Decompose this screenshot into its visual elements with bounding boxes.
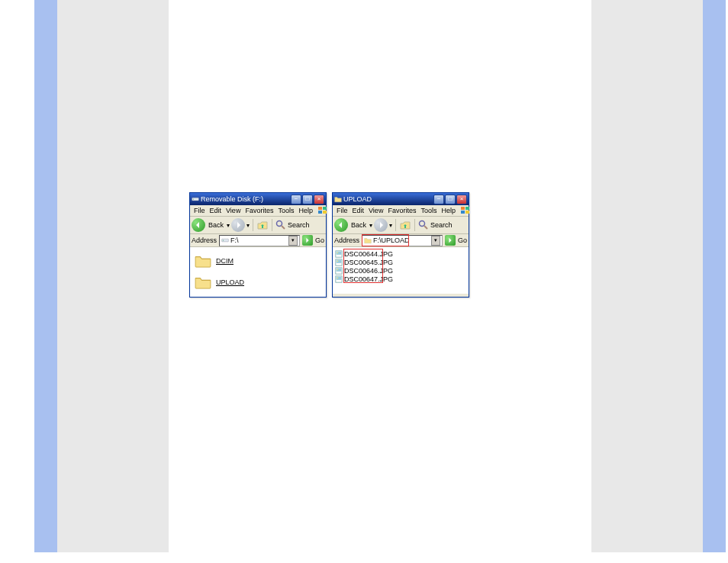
folder-item-upload[interactable]: UPLOAD bbox=[195, 275, 321, 289]
forward-button[interactable] bbox=[231, 218, 245, 232]
minimize-button[interactable]: − bbox=[433, 195, 444, 204]
menu-help[interactable]: Help bbox=[296, 207, 315, 214]
image-file-icon bbox=[335, 275, 343, 283]
decoration-stripe bbox=[57, 0, 169, 552]
explorer-window-upload: UPLOAD − □ × File Edit View Favorites To… bbox=[332, 192, 469, 298]
back-label[interactable]: Back bbox=[350, 221, 368, 229]
menu-view[interactable]: View bbox=[224, 207, 243, 214]
menu-edit[interactable]: Edit bbox=[208, 207, 224, 214]
separator bbox=[395, 219, 396, 231]
svg-point-6 bbox=[277, 221, 282, 227]
image-file-icon bbox=[335, 259, 343, 266]
highlight-annotation bbox=[343, 249, 383, 283]
address-field[interactable]: F:\ ▾ bbox=[219, 235, 300, 246]
folder-item-dcim[interactable]: DCIM bbox=[195, 254, 321, 268]
menu-tools[interactable]: Tools bbox=[275, 207, 296, 214]
menu-view[interactable]: View bbox=[366, 207, 385, 214]
svg-point-9 bbox=[223, 240, 224, 240]
svg-point-24 bbox=[337, 269, 339, 270]
back-label[interactable]: Back bbox=[207, 221, 225, 229]
back-dropdown[interactable]: ▾ bbox=[227, 222, 230, 229]
back-button[interactable] bbox=[192, 218, 205, 232]
image-file-icon bbox=[335, 250, 343, 258]
separator bbox=[272, 219, 272, 231]
folder-name: DCIM bbox=[216, 257, 234, 265]
decoration-stripe bbox=[703, 0, 726, 552]
address-label: Address bbox=[192, 236, 217, 244]
svg-rect-3 bbox=[323, 207, 327, 210]
minimize-button[interactable]: − bbox=[291, 195, 301, 204]
folder-icon bbox=[195, 254, 211, 268]
svg-rect-12 bbox=[461, 211, 465, 214]
titlebar[interactable]: Removable Disk (F:) − □ × bbox=[190, 193, 326, 205]
windows-flag-icon bbox=[315, 206, 332, 215]
menu-help[interactable]: Help bbox=[439, 207, 458, 214]
titlebar[interactable]: UPLOAD − □ × bbox=[333, 193, 469, 205]
image-file-icon bbox=[335, 267, 343, 275]
menu-favorites[interactable]: Favorites bbox=[385, 207, 418, 214]
addressbar: Address F:\ ▾ Go bbox=[190, 234, 326, 247]
toolbar: Back ▾ ▾ Search bbox=[190, 217, 326, 234]
highlight-annotation bbox=[362, 234, 409, 246]
content-area: DCIM UPLOAD bbox=[190, 247, 326, 297]
menu-edit[interactable]: Edit bbox=[350, 207, 367, 214]
up-button[interactable] bbox=[399, 219, 411, 231]
search-icon bbox=[275, 220, 286, 230]
explorer-window-removable-disk: Removable Disk (F:) − □ × File Edit View… bbox=[189, 192, 327, 298]
addressbar: Address F:\UPLOAD ▾ Go bbox=[333, 234, 469, 247]
maximize-button[interactable]: □ bbox=[445, 195, 456, 204]
go-button[interactable] bbox=[302, 235, 313, 246]
up-button[interactable] bbox=[256, 219, 269, 231]
address-dropdown[interactable]: ▾ bbox=[288, 236, 298, 246]
maximize-button[interactable]: □ bbox=[302, 195, 313, 204]
separator bbox=[414, 219, 415, 231]
content-area: DSC00644.JPG DSC00645.JPG DSC00646.JPG D… bbox=[333, 247, 469, 294]
drive-icon bbox=[192, 195, 199, 203]
toolbar: Back ▾ ▾ Search bbox=[333, 217, 469, 234]
back-button[interactable] bbox=[334, 218, 348, 232]
svg-line-7 bbox=[282, 226, 285, 229]
drive-icon bbox=[221, 236, 229, 244]
separator bbox=[253, 219, 253, 231]
svg-rect-4 bbox=[318, 211, 322, 214]
svg-point-27 bbox=[337, 277, 339, 278]
window-title: UPLOAD bbox=[343, 195, 433, 203]
address-field[interactable]: F:\UPLOAD ▾ bbox=[362, 235, 443, 246]
decoration-stripe bbox=[34, 0, 57, 552]
menubar: File Edit View Favorites Tools Help bbox=[333, 205, 469, 217]
svg-point-21 bbox=[337, 260, 339, 262]
svg-point-18 bbox=[337, 252, 339, 253]
menu-favorites[interactable]: Favorites bbox=[243, 207, 275, 214]
go-label[interactable]: Go bbox=[458, 236, 467, 244]
decoration-stripe bbox=[591, 0, 703, 552]
address-label: Address bbox=[334, 236, 359, 244]
go-button[interactable] bbox=[445, 235, 456, 246]
folder-icon bbox=[334, 195, 342, 203]
menu-file[interactable]: File bbox=[334, 207, 350, 214]
svg-rect-2 bbox=[318, 207, 322, 210]
go-label[interactable]: Go bbox=[315, 236, 324, 244]
close-button[interactable]: × bbox=[456, 195, 467, 204]
forward-dropdown[interactable]: ▾ bbox=[389, 222, 392, 229]
back-dropdown[interactable]: ▾ bbox=[369, 222, 372, 229]
address-dropdown[interactable]: ▾ bbox=[431, 236, 440, 246]
svg-point-1 bbox=[193, 198, 194, 199]
windows-flag-icon bbox=[458, 206, 475, 215]
window-title: Removable Disk (F:) bbox=[201, 195, 291, 203]
svg-rect-11 bbox=[465, 207, 469, 210]
folder-name: UPLOAD bbox=[216, 278, 244, 286]
close-button[interactable]: × bbox=[314, 195, 324, 204]
svg-line-15 bbox=[424, 226, 427, 229]
address-value: F:\ bbox=[230, 236, 239, 244]
folder-icon bbox=[195, 275, 211, 289]
svg-rect-10 bbox=[461, 207, 465, 210]
forward-dropdown[interactable]: ▾ bbox=[246, 222, 250, 229]
menu-file[interactable]: File bbox=[192, 207, 208, 214]
svg-rect-5 bbox=[323, 211, 327, 214]
search-button[interactable]: Search bbox=[288, 221, 310, 229]
forward-button[interactable] bbox=[374, 218, 388, 232]
menu-tools[interactable]: Tools bbox=[418, 207, 439, 214]
search-icon bbox=[418, 220, 429, 230]
svg-point-14 bbox=[420, 221, 425, 227]
search-button[interactable]: Search bbox=[430, 221, 453, 229]
